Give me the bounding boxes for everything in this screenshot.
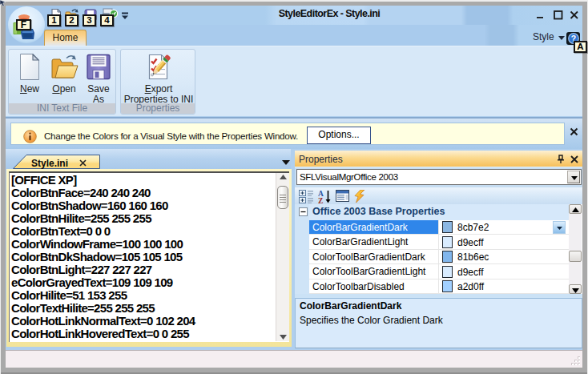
svg-text:Z: Z	[318, 197, 323, 204]
